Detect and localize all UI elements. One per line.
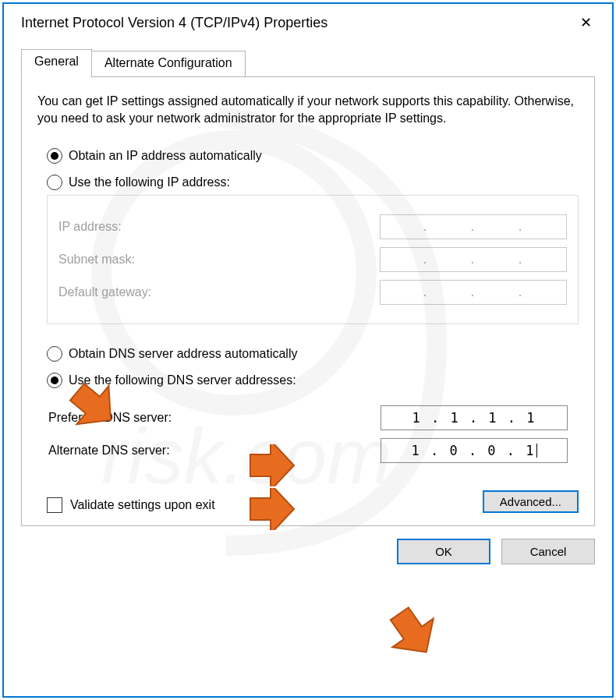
close-icon[interactable]: ✕ [570,14,601,31]
default-gateway-row: Default gateway: ... [58,280,567,305]
dialog-button-row: OK Cancel [21,539,595,564]
ip-address-input: ... [380,214,567,239]
radio-use-dns-manual-label: Use the following DNS server addresses: [69,373,296,387]
radio-obtain-dns-auto[interactable] [47,346,62,362]
radio-obtain-ip-auto-row[interactable]: Obtain an IP address automatically [47,148,579,164]
ip-address-group: Obtain an IP address automatically Use t… [47,148,579,324]
ip-address-row: IP address: ... [58,214,567,239]
radio-use-dns-manual[interactable] [47,373,62,388]
radio-use-dns-manual-row[interactable]: Use the following DNS server addresses: [47,373,579,388]
alternate-dns-label: Alternate DNS server: [48,444,170,458]
text-cursor [536,444,537,458]
preferred-dns-label: Preferred DNS server: [48,411,172,425]
tab-panel-general: You can get IP settings assigned automat… [21,77,595,526]
radio-obtain-ip-auto-label: Obtain an IP address automatically [69,149,262,163]
intro-text: You can get IP settings assigned automat… [37,93,579,126]
validate-checkbox[interactable] [47,497,62,513]
ok-button[interactable]: OK [397,539,490,564]
cancel-button[interactable]: Cancel [501,539,595,564]
dialog-window: Internet Protocol Version 4 (TCP/IPv4) P… [2,2,614,698]
advanced-button-label: Advanced... [500,495,561,508]
ok-button-label: OK [435,545,452,558]
radio-obtain-ip-auto[interactable] [47,148,62,164]
subnet-mask-input: ... [380,247,567,272]
titlebar: Internet Protocol Version 4 (TCP/IPv4) P… [4,4,612,41]
advanced-button[interactable]: Advanced... [483,490,579,513]
tab-strip: General Alternate Configuration [21,49,595,77]
dns-fields-box: Preferred DNS server: 1 . 1 . 1 . 1 Alte… [47,393,579,482]
ip-fields-box: IP address: ... Subnet mask: ... Default… [47,195,579,324]
alternate-dns-input[interactable]: 1 . 0 . 0 . 1 [381,438,568,463]
tab-general-label: General [34,55,79,68]
alternate-dns-row: Alternate DNS server: 1 . 0 . 0 . 1 [48,438,568,463]
tab-general[interactable]: General [21,49,92,78]
radio-use-ip-manual-row[interactable]: Use the following IP address: [47,175,579,190]
validate-checkbox-label: Validate settings upon exit [70,498,215,512]
preferred-dns-value: 1 . 1 . 1 . 1 [412,410,536,426]
preferred-dns-row: Preferred DNS server: 1 . 1 . 1 . 1 [48,405,568,430]
default-gateway-input: ... [380,280,567,305]
tab-alternate-label: Alternate Configuration [104,56,232,69]
subnet-mask-row: Subnet mask: ... [58,247,567,272]
radio-obtain-dns-auto-row[interactable]: Obtain DNS server address automatically [47,346,579,362]
radio-use-ip-manual-label: Use the following IP address: [69,175,230,189]
radio-use-ip-manual[interactable] [47,175,62,190]
window-title: Internet Protocol Version 4 (TCP/IPv4) P… [21,15,327,31]
ip-address-label: IP address: [58,220,122,234]
alternate-dns-value: 1 . 0 . 0 . 1 [411,443,535,458]
preferred-dns-input[interactable]: 1 . 1 . 1 . 1 [381,405,568,430]
default-gateway-label: Default gateway: [58,285,151,299]
subnet-mask-label: Subnet mask: [58,253,135,267]
cancel-button-label: Cancel [530,545,567,558]
tab-alternate[interactable]: Alternate Configuration [91,51,246,77]
content-area: General Alternate Configuration You can … [4,41,612,577]
dns-group: Obtain DNS server address automatically … [47,346,579,482]
radio-obtain-dns-auto-label: Obtain DNS server address automatically [69,347,297,361]
